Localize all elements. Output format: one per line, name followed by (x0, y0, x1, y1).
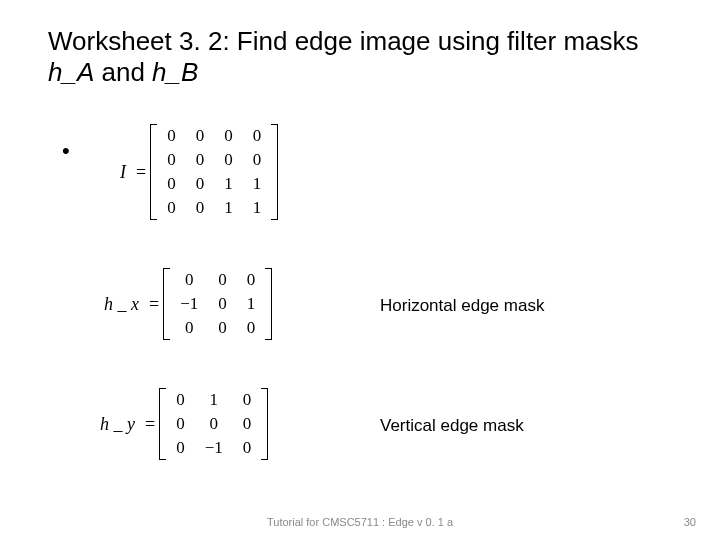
cell: 0 (166, 388, 195, 412)
note-horizontal: Horizontal edge mask (380, 296, 544, 316)
matrix-I-cells: 0000 0000 0011 0011 (157, 124, 271, 220)
matrix-I-bracket: 0000 0000 0011 0011 (150, 124, 278, 220)
matrix-hy-label: h _ y (100, 414, 135, 435)
cell: 0 (237, 268, 266, 292)
title-text: Worksheet 3. 2: Find edge image using fi… (48, 26, 639, 56)
matrix-hx-bracket: 000 −101 000 (163, 268, 272, 340)
title-and: and (94, 57, 152, 87)
note-vertical: Vertical edge mask (380, 416, 524, 436)
bullet-dot: • (62, 138, 70, 164)
cell: 0 (214, 148, 243, 172)
cell: 0 (170, 268, 208, 292)
cell: 0 (157, 124, 186, 148)
cell: 0 (170, 316, 208, 340)
slide-number: 30 (684, 516, 696, 528)
cell: 1 (243, 196, 272, 220)
cell: 0 (186, 124, 215, 148)
equals-sign: = (136, 162, 146, 183)
matrix-hy-bracket: 010 000 0−10 (159, 388, 268, 460)
matrix-I: I = 0000 0000 0011 0011 (120, 124, 278, 220)
matrix-hx: h _ x = 000 −101 000 (104, 268, 272, 340)
cell: 0 (208, 292, 237, 316)
cell: 0 (186, 148, 215, 172)
cell: 0 (166, 412, 195, 436)
cell: 0 (233, 436, 262, 460)
cell: 0 (195, 412, 233, 436)
cell: 1 (195, 388, 233, 412)
cell: 1 (243, 172, 272, 196)
cell: 0 (186, 196, 215, 220)
matrix-hx-label: h _ x (104, 294, 139, 315)
footer-center: Tutorial for CMSC5711 : Edge v 0. 1 a (267, 516, 453, 528)
cell: 0 (237, 316, 266, 340)
matrix-hy: h _ y = 010 000 0−10 (100, 388, 268, 460)
cell: 0 (208, 268, 237, 292)
cell: 0 (157, 148, 186, 172)
title-hA: h_A (48, 57, 94, 87)
matrix-I-label: I (120, 162, 126, 183)
cell: 0 (157, 172, 186, 196)
cell: 0 (243, 124, 272, 148)
bracket-left (163, 268, 170, 340)
bracket-right (261, 388, 268, 460)
cell: 0 (186, 172, 215, 196)
matrix-hy-cells: 010 000 0−10 (166, 388, 261, 460)
cell: 0 (208, 316, 237, 340)
cell: 1 (214, 196, 243, 220)
equals-sign: = (145, 414, 155, 435)
bracket-right (271, 124, 278, 220)
equals-sign: = (149, 294, 159, 315)
cell: 0 (233, 412, 262, 436)
cell: −1 (170, 292, 208, 316)
bracket-left (150, 124, 157, 220)
slide-title: Worksheet 3. 2: Find edge image using fi… (48, 26, 690, 88)
bracket-left (159, 388, 166, 460)
cell: 1 (214, 172, 243, 196)
cell: 0 (233, 388, 262, 412)
cell: 0 (243, 148, 272, 172)
matrix-hx-cells: 000 −101 000 (170, 268, 265, 340)
cell: 1 (237, 292, 266, 316)
title-hB: h_B (152, 57, 198, 87)
cell: 0 (166, 436, 195, 460)
cell: −1 (195, 436, 233, 460)
bracket-right (265, 268, 272, 340)
cell: 0 (157, 196, 186, 220)
cell: 0 (214, 124, 243, 148)
